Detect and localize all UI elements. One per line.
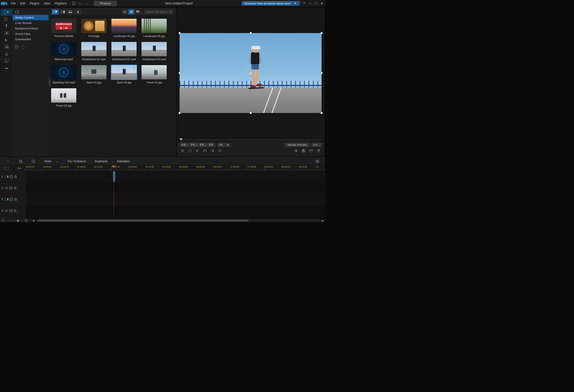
track-lock-icon[interactable]	[14, 209, 16, 212]
undo-icon[interactable]	[78, 1, 82, 6]
media-item[interactable]: Landscape 01.jpg	[111, 19, 137, 37]
track-visible-icon[interactable]	[10, 198, 13, 201]
resize-handle[interactable]	[179, 72, 181, 74]
track-header[interactable]: 2.	[0, 205, 26, 216]
room-media-icon[interactable]: ♫	[1, 9, 13, 16]
step-icon[interactable]	[202, 148, 208, 153]
redo-icon[interactable]	[84, 1, 89, 6]
keyframe-button[interactable]: Keyframe	[91, 157, 111, 165]
room-particle-icon[interactable]	[1, 50, 13, 57]
tools-dropdown[interactable]: Tools⌄	[41, 157, 62, 165]
resize-handle[interactable]	[321, 72, 323, 74]
preview-seek-bar[interactable]	[177, 138, 324, 142]
media-item[interactable]: ✔Sport 02.jpg	[111, 65, 137, 84]
track-header[interactable]: 1.	[0, 171, 26, 182]
sync-icon[interactable]	[28, 157, 39, 165]
crop-icon[interactable]	[16, 157, 26, 165]
menu-view[interactable]: View	[42, 1, 52, 6]
panel-gripper[interactable]: ••••••	[160, 156, 165, 159]
media-thumbnail[interactable]	[51, 88, 76, 103]
media-item[interactable]: Sport 01.jpg	[81, 65, 106, 84]
view-grid-small-icon[interactable]	[135, 9, 141, 15]
welcome-banner[interactable]: Welcome! View all tutorial videos here! …	[242, 1, 300, 6]
track-body[interactable]	[26, 171, 325, 219]
media-thumbnail[interactable]	[81, 65, 106, 79]
split-icon[interactable]	[2, 157, 13, 165]
resize-handle[interactable]	[321, 112, 323, 114]
room-fx-icon[interactable]: fx	[1, 37, 13, 43]
media-item[interactable]: Landscape 02.jpg	[142, 19, 167, 37]
media-thumbnail[interactable]: ♫	[51, 42, 76, 56]
menu-file[interactable]: File	[9, 1, 18, 6]
room-subtitle-icon[interactable]	[1, 57, 13, 64]
play-icon[interactable]	[180, 148, 186, 153]
media-thumbnail[interactable]: shutterstock◉ ♫ ▶	[51, 19, 76, 33]
timecode[interactable]: 00; 00; 00; 00	[180, 143, 215, 147]
filter-video-icon[interactable]	[59, 9, 66, 15]
menu-playback[interactable]: Playback	[53, 1, 69, 6]
filter-image-icon[interactable]	[66, 9, 74, 15]
playhead[interactable]	[112, 166, 115, 168]
hscroll-right-icon[interactable]: ▸	[322, 219, 324, 222]
track-visible-icon[interactable]	[9, 209, 12, 212]
room-more-icon[interactable]: •••	[1, 65, 13, 72]
media-item[interactable]: Skateboard 03.mp4	[142, 42, 167, 61]
sidebar-item[interactable]: Downloaded	[13, 37, 49, 42]
snapshot-icon[interactable]	[300, 148, 307, 153]
track-header[interactable]: 1.	[0, 182, 26, 194]
view-grid-large-icon[interactable]	[128, 9, 135, 15]
animation-button[interactable]: Animation	[113, 157, 133, 165]
media-item[interactable]: Travel 01.jpg	[142, 65, 167, 84]
media-thumbnail[interactable]	[142, 65, 167, 79]
track-row[interactable]	[26, 182, 325, 194]
preview-frame[interactable]: ＋	[180, 33, 322, 113]
room-title-icon[interactable]: T	[1, 23, 13, 30]
track-lock-icon[interactable]	[14, 187, 16, 189]
fix-enhance-button[interactable]: Fix / Enhance	[64, 157, 89, 165]
new-project-icon[interactable]	[72, 1, 76, 6]
zoom-select[interactable]: Fit▾	[217, 143, 231, 147]
render-preview-button[interactable]: Render Preview	[285, 143, 310, 147]
resize-handle[interactable]	[179, 32, 181, 34]
welcome-close-icon[interactable]: ✕	[293, 2, 297, 5]
maximize-icon[interactable]	[314, 1, 318, 6]
track-visible-icon[interactable]	[9, 187, 12, 189]
zoom-slider[interactable]	[6, 220, 23, 221]
sidebar-item[interactable]: Background Music	[13, 26, 49, 31]
filter-audio-icon[interactable]	[74, 9, 81, 15]
produce-button[interactable]: Produce	[94, 1, 117, 6]
view-list-icon[interactable]	[122, 9, 128, 15]
media-thumbnail[interactable]: ♫	[51, 65, 76, 79]
menu-plugins[interactable]: Plugins	[28, 1, 41, 6]
menu-edit[interactable]: Edit	[18, 1, 27, 6]
room-transition-icon[interactable]	[1, 30, 13, 37]
dock-icon[interactable]	[308, 148, 314, 153]
filter-all-icon[interactable]: ♫	[52, 9, 59, 15]
media-thumbnail[interactable]	[142, 42, 167, 56]
media-item[interactable]: Skateboard 02.mp4	[111, 42, 137, 61]
preview-viewport[interactable]: ＋	[177, 8, 324, 138]
resize-handle[interactable]	[250, 32, 252, 34]
media-thumbnail[interactable]	[81, 42, 106, 56]
track-markers-icon[interactable]	[12, 166, 26, 171]
help-icon[interactable]: ?	[302, 1, 306, 6]
timeline-options-icon[interactable]	[312, 157, 323, 165]
zoom-out-icon[interactable]: −	[1, 219, 4, 222]
track-view-mode-icon[interactable]	[0, 166, 12, 171]
sidebar-item[interactable]: Sound Clips	[13, 31, 49, 37]
media-thumbnail[interactable]: ✔	[111, 65, 137, 79]
aspect-ratio-badge[interactable]: 16:9⌄	[312, 143, 322, 147]
track-header[interactable]: 2.	[0, 194, 26, 205]
minimize-icon[interactable]: —	[308, 1, 312, 6]
track-lock-icon[interactable]	[14, 198, 17, 201]
sidebar-item[interactable]: Color Boards	[13, 20, 49, 26]
timeline-hscroll[interactable]	[38, 220, 319, 222]
search-icon[interactable]	[169, 10, 173, 14]
timeline-ruler[interactable]: 00;00;0000;36;0001;12;0001;48;0002;24;00…	[26, 166, 325, 171]
media-item[interactable]: Travel 02.jpg	[51, 88, 76, 107]
media-thumbnail[interactable]	[81, 19, 106, 33]
room-pip-icon[interactable]: ✦	[1, 43, 13, 50]
media-thumbnail[interactable]	[142, 19, 167, 33]
track-row[interactable]	[26, 194, 325, 205]
zoom-in-icon[interactable]: +	[25, 219, 28, 222]
